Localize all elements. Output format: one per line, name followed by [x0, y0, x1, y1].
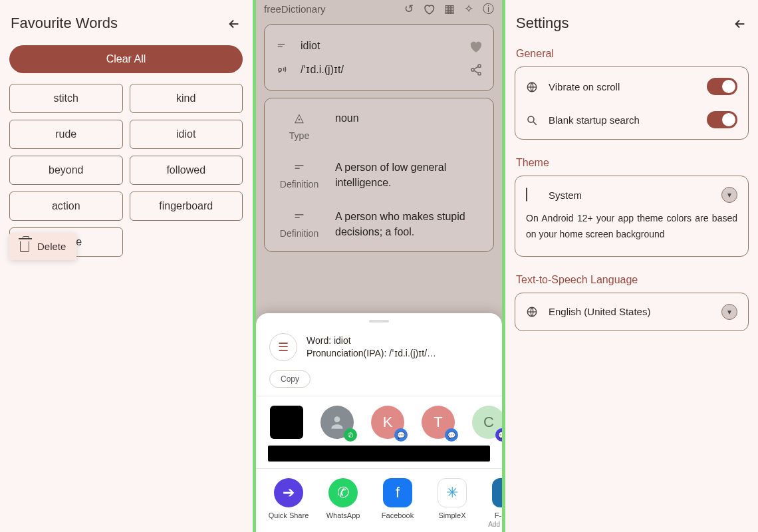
word-chip[interactable]: beyond	[9, 156, 123, 185]
type-icon: ◬	[275, 110, 323, 125]
share-sheet: ☰ Word: idiot Pronunciation(IPA): /ˈɪd.i…	[256, 313, 502, 532]
type-label: Type	[289, 130, 309, 141]
delete-context-item[interactable]: Delete	[9, 233, 76, 260]
blank-search-label: Blank startup search	[549, 114, 697, 126]
vibrate-label: Vibrate on scroll	[549, 81, 697, 92]
word-value: idiot	[301, 40, 457, 52]
random-icon[interactable]: ▦	[444, 2, 455, 16]
word-chip[interactable]: action	[9, 192, 123, 221]
settings-title: Settings	[516, 15, 569, 32]
globe-icon	[526, 305, 539, 319]
word-chip[interactable]: idiot	[130, 120, 243, 149]
share-contact[interactable]: ✆	[318, 406, 356, 442]
clear-all-button[interactable]: Clear All	[9, 45, 243, 73]
share-app[interactable]: ➔Quick Share	[268, 478, 309, 519]
monitor-icon	[526, 188, 539, 201]
share-apps-row: ➔Quick Share✆WhatsAppfFacebook✳SimpleX◘F…	[256, 469, 502, 532]
word-chip[interactable]: fingerboard	[130, 192, 243, 221]
share-app[interactable]: ✆WhatsApp	[322, 478, 364, 519]
vibrate-toggle[interactable]	[707, 78, 737, 95]
theme-card: System ▾ On Android 12+ your app theme c…	[515, 176, 749, 257]
share-contacts-row: ✆K💬T💬C💬	[256, 396, 502, 446]
share-contact[interactable]: T💬	[420, 406, 457, 442]
info-icon[interactable]: ⓘ	[483, 1, 494, 17]
theme-description: On Android 12+ your app theme colors are…	[515, 211, 748, 253]
share-contacts-names-redacted	[268, 446, 490, 462]
definition-label: Definition	[280, 179, 318, 190]
share-contact[interactable]: C💬	[470, 406, 502, 442]
section-theme-label: Theme	[505, 150, 758, 173]
tts-value: English (United States)	[549, 306, 712, 317]
globe-icon	[526, 80, 539, 93]
back-icon[interactable]	[227, 15, 241, 32]
svg-point-2	[279, 68, 282, 72]
svg-line-6	[474, 66, 479, 69]
general-settings-card: Vibrate on scroll Blank startup search	[515, 66, 749, 140]
definition-icon	[275, 209, 323, 223]
definitions-card: ◬ Type noun Definition A person of low g…	[264, 98, 494, 253]
share-app[interactable]: ◘F-DroidAdd repos…	[486, 478, 502, 528]
section-tts-label: Text-to-Speech Language	[505, 267, 758, 290]
chevron-down-icon[interactable]: ▾	[721, 187, 737, 203]
definition-label: Definition	[280, 228, 318, 239]
word-chip[interactable]: kind	[130, 84, 243, 113]
heart-icon[interactable]	[468, 38, 483, 54]
search-icon	[526, 113, 539, 126]
svg-line-7	[474, 70, 479, 73]
word-chip[interactable]: stitch	[9, 84, 123, 113]
app-title: freeDictionary	[264, 3, 395, 15]
svg-line-15	[533, 122, 537, 125]
notes-icon	[275, 39, 290, 53]
theme-selector-row[interactable]: System ▾	[515, 179, 748, 211]
back-icon[interactable]	[733, 15, 747, 32]
favourites-title: Favourite Words	[11, 15, 118, 32]
definition-icon	[275, 160, 323, 174]
share-contact[interactable]: K💬	[369, 406, 406, 442]
sheet-handle[interactable]	[369, 320, 389, 323]
section-general-label: General	[505, 41, 758, 64]
type-value: noun	[335, 110, 483, 141]
share-doc-icon: ☰	[269, 333, 297, 361]
favourite-icon[interactable]	[423, 2, 435, 15]
word-chip[interactable]: rude	[9, 120, 123, 149]
share-contact[interactable]	[268, 406, 305, 442]
share-app[interactable]: ✳SimpleX	[432, 478, 473, 519]
settings-shortcut-icon[interactable]: ✧	[464, 2, 473, 16]
share-icon[interactable]	[469, 62, 483, 77]
share-line-1: Word: idiot	[307, 334, 436, 347]
tts-card: English (United States) ▾	[515, 293, 749, 331]
word-chip[interactable]: followed	[130, 156, 243, 185]
theme-value: System	[549, 190, 712, 201]
delete-label: Delete	[37, 241, 66, 252]
trash-icon	[20, 241, 29, 252]
history-icon[interactable]: ↺	[404, 2, 414, 16]
copy-button[interactable]: Copy	[269, 370, 311, 388]
share-app[interactable]: fFacebook	[377, 478, 418, 519]
setting-row-vibrate[interactable]: Vibrate on scroll	[515, 70, 748, 103]
definition-text-1: A person of low general intelligence.	[335, 160, 483, 190]
ipa-value: /ˈɪd.i.(j)ɪt/	[301, 63, 459, 76]
tts-selector-row[interactable]: English (United States) ▾	[515, 296, 748, 328]
blank-search-toggle[interactable]	[707, 111, 737, 128]
chevron-down-icon[interactable]: ▾	[721, 304, 737, 320]
word-card: idiot /ˈɪd.i.(j)ɪt/	[264, 24, 494, 91]
setting-row-blank-search[interactable]: Blank startup search	[515, 103, 748, 136]
speak-icon[interactable]	[275, 63, 290, 76]
share-line-2: Pronunciation(IPA): /ˈɪd.i.(j)ɪt/…	[307, 347, 436, 360]
svg-point-14	[528, 116, 534, 122]
definition-text-2: A person who makes stupid decisions; a f…	[335, 209, 483, 239]
svg-point-12	[334, 416, 340, 422]
